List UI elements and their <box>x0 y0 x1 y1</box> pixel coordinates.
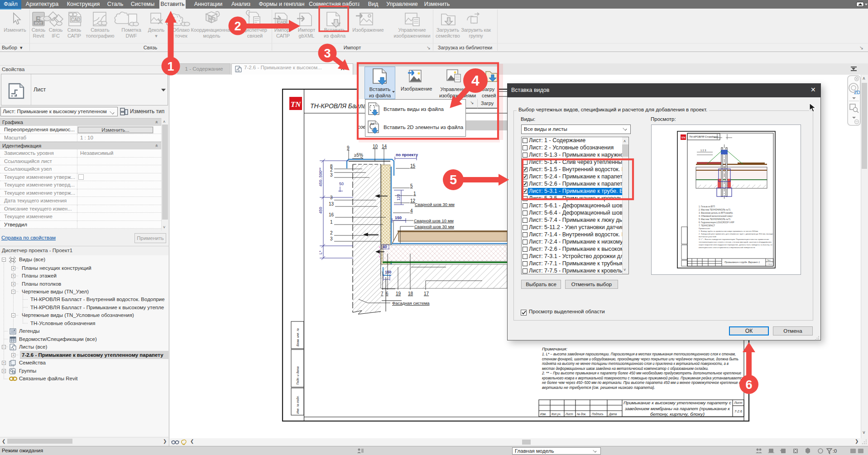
svg-text:6: 6 <box>386 291 388 296</box>
svg-text:50: 50 <box>339 182 344 186</box>
svg-text:Сварной шов 30 мм: Сварной шов 30 мм <box>414 224 454 229</box>
svg-text:стенкам фонарей, шахтам и обор: стенкам фонарей, шахтам и оборудованию, … <box>542 357 739 361</box>
svg-text:TN: TN <box>681 136 686 139</box>
svg-text:1: 1 <box>330 220 333 225</box>
svg-text:Подп. и дата: Подп. и дата <box>296 366 299 385</box>
svg-text:Лист: Лист <box>734 401 742 404</box>
svg-text:Подпись: Подпись <box>592 412 604 416</box>
svg-text:не более чем через 450–500 мм: не более чем через 450–500 мм по вертика… <box>542 380 743 385</box>
svg-text:450: 450 <box>318 207 323 214</box>
svg-text:4. Обжимной металлический хому: 4. Обжимной металлический хомут <box>699 215 733 217</box>
svg-text:Взам. инв. №: Взам. инв. № <box>296 328 299 346</box>
svg-text:Инв. № подл.: Инв. № подл. <box>296 395 299 414</box>
svg-text:4: 4 <box>410 208 413 213</box>
svg-text:1. Гильза из ВГП: 1. Гильза из ВГП <box>699 206 715 208</box>
svg-text::0: :0 <box>833 448 837 454</box>
svg-text:2: 2 <box>330 168 333 172</box>
svg-text:7: 7 <box>381 291 384 296</box>
svg-text:Сварной шов 10 мм: Сварной шов 10 мм <box>414 218 454 223</box>
svg-text:13: 13 <box>329 201 334 206</box>
svg-text:18: 18 <box>408 291 413 296</box>
svg-text:9: 9 <box>347 145 350 150</box>
svg-text:150: 150 <box>385 270 391 274</box>
svg-text:1. Вывод трубы на кровельном к: 1. Вывод трубы на кровельном ковре прижи… <box>699 230 758 232</box>
svg-text:по проекту: по проекту <box>396 153 418 157</box>
svg-text:CAD: CAD <box>277 20 286 24</box>
svg-text:3: 3 <box>330 195 333 200</box>
svg-text:19: 19 <box>396 291 401 296</box>
svg-text:150: 150 <box>395 216 402 220</box>
svg-text:местах деформационных швов зав: местах деформационных швов заведена на м… <box>542 366 709 371</box>
svg-text:≥5%: ≥5% <box>354 153 363 158</box>
svg-text:15: 15 <box>410 163 416 168</box>
svg-text:Дата: Дата <box>609 412 617 416</box>
svg-text:1. L* – высота заведения парои: 1. L* – высота заведения пароизоляции. П… <box>542 352 736 356</box>
svg-text:6. Гидроизоляция LOGICROOF V-R: 6. Гидроизоляция LOGICROOF V-RP <box>699 221 734 224</box>
svg-text:17: 17 <box>424 291 429 296</box>
svg-text:теплоизоляционных слоев к стен: теплоизоляционных слоев к стенам, стенка… <box>699 241 772 243</box>
svg-text:Лист: Лист <box>767 259 771 261</box>
svg-text:5: 5 <box>410 183 413 188</box>
svg-text:2D: 2D <box>854 90 860 95</box>
svg-text:7. ТЕХНОЭЛАСТ: 7. ТЕХНОЭЛАСТ <box>699 225 715 227</box>
svg-text:1: 1 <box>413 191 416 196</box>
svg-text:CAD: CAD <box>71 17 80 22</box>
svg-text:40: 40 <box>383 244 387 249</box>
svg-text:A: A <box>370 122 373 126</box>
svg-text:3. L* – Высота заведения парои: 3. L* – Высота заведения пароизоляции. П… <box>699 238 769 240</box>
svg-text:вытяжных участков: вытяжных участков <box>699 235 717 238</box>
svg-text:7-3.1: 7-3.1 <box>767 263 772 265</box>
svg-text:№ док.: № док. <box>577 412 586 416</box>
svg-text:14: 14 <box>382 144 387 149</box>
svg-text:L*: L* <box>318 250 323 254</box>
svg-text:Примыкание к высокому утепленн: Примыкание к высокому утепленному парапе… <box>623 401 731 405</box>
svg-text:3. Фасонная деталь из ВГП+мемб: 3. Фасонная деталь из ВГП+мембр. <box>699 212 733 214</box>
svg-text:поднята на высоту не менее тол: поднята на высоту не менее толщины тепло… <box>542 361 729 366</box>
svg-text:кровельного ковра к вертикальн: кровельного ковра к вертикальной поверхн… <box>542 376 744 380</box>
svg-text:Изм.: Изм. <box>540 412 547 416</box>
svg-text:через покрытие или чердачное п: через покрытие или чердачное перекрытие,… <box>699 244 772 246</box>
svg-text:2. Мастика ТЕХНОНИКОЛЬ №71: 2. Мастика ТЕХНОНИКОЛЬ №71 <box>699 209 731 211</box>
svg-text:450..500**: 450..500** <box>318 167 323 187</box>
svg-text:RVT: RVT <box>35 21 42 25</box>
svg-text:2. ** – При высоте примыкания: 2. ** – При высоте примыкания к парапету… <box>542 371 741 375</box>
svg-text:Лист: Лист <box>565 412 573 416</box>
svg-text:Примечания:: Примечания: <box>699 227 710 230</box>
svg-text:Примыкание к трубе. Вариант 1: Примыкание к трубе. Вариант 1 <box>724 261 760 263</box>
svg-text:5. Мастика ТЕХНОНИКОЛЬ №71: 5. Мастика ТЕХНОНИКОЛЬ №71 <box>699 218 731 220</box>
svg-text:Примечания:: Примечания: <box>542 347 567 351</box>
svg-text:Сварной шов 30 мм: Сварной шов 30 мм <box>415 202 455 207</box>
svg-text:Фасадная система: Фасадная система <box>392 301 430 306</box>
svg-text:Кол.уч.: Кол.уч. <box>551 412 561 416</box>
svg-text:TN: TN <box>291 100 301 109</box>
svg-text:2. Заводской узел применить дл: 2. Заводской узел применить для обжимных… <box>699 233 773 235</box>
svg-text:16: 16 <box>329 212 334 217</box>
svg-text:заведением мембраны на парапет: заведением мембраны на парапет (примыкан… <box>624 407 730 411</box>
svg-text:1 2 3: 1 2 3 <box>700 149 706 152</box>
svg-text:120: 120 <box>396 194 401 201</box>
svg-text:2: 2 <box>330 230 333 235</box>
svg-text:вертикали не требуется (см. ре: вертикали не требуется (см. решения низк… <box>542 385 655 390</box>
svg-text:10: 10 <box>373 144 378 149</box>
svg-text:3: 3 <box>330 236 333 241</box>
svg-text:3: 3 <box>330 172 333 177</box>
svg-text:7-2.6: 7-2.6 <box>734 409 743 413</box>
svg-text:изоляционного слоя и приклеена: изоляционного слоя и приклеена к вертика… <box>699 246 755 249</box>
svg-text:бетону, кирпичу, блоку): бетону, кирпичу, блоку) <box>650 412 705 417</box>
